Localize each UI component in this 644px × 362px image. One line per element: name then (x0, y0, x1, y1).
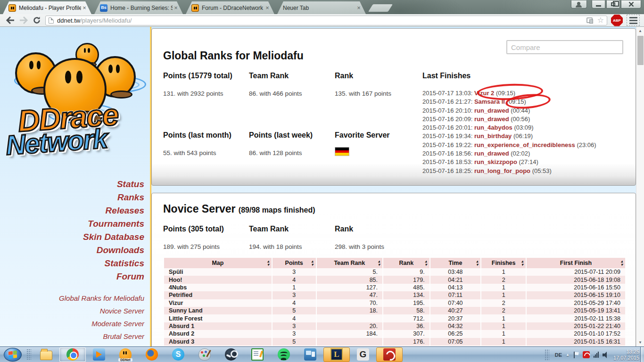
map-link[interactable]: Little Forest (164, 314, 272, 322)
bookmark-star-icon[interactable]: ☆ (597, 17, 604, 24)
sidebar-item-downloads[interactable]: Downloads (83, 244, 144, 257)
taskbar-handle[interactable] (26, 349, 31, 360)
taskbar-paint-button[interactable] (191, 347, 218, 362)
finish-map-link[interactable]: run_drawed (474, 107, 509, 114)
finish-map-link[interactable]: run_4abydos (474, 124, 512, 131)
sort-icon[interactable]: ▴▾ (476, 260, 478, 266)
sidebar-item-forum[interactable]: Forum (83, 270, 144, 283)
subnav-moderate-server[interactable]: Moderate Server (59, 317, 144, 330)
tab-ddnet-forum[interactable]: Forum - DDraceNetwork - × (186, 1, 274, 14)
taskbar-explorer-button[interactable] (33, 347, 59, 362)
tab-close-icon[interactable]: × (173, 4, 179, 11)
tab-new-tab[interactable]: Neuer Tab × (277, 1, 366, 14)
taskbar-logitech-button[interactable]: G (350, 347, 376, 362)
start-button[interactable] (4, 348, 22, 362)
sidebar-item-statistics[interactable]: Statistics (83, 257, 144, 270)
map-link[interactable]: Absurd 1 (164, 322, 272, 330)
forward-button[interactable] (17, 15, 30, 26)
volume-icon[interactable] (603, 352, 610, 358)
taskbar-firefox-button[interactable] (139, 347, 165, 362)
finish-map-link[interactable]: run_birthday (474, 132, 512, 140)
taskbar-teamspeak-button[interactable] (297, 347, 323, 362)
minimize-button[interactable] (592, 0, 605, 8)
finish-map-link[interactable]: run_experience_of_incredibleness (474, 141, 575, 148)
taskbar-spotify-button[interactable] (271, 347, 297, 362)
new-tab-button[interactable] (368, 4, 393, 12)
taskbar-skype-button[interactable]: S (165, 347, 191, 362)
finish-map-link[interactable]: run_skizzpopo (474, 158, 517, 165)
finish-map-link[interactable]: run_drawed (474, 150, 509, 157)
ddnet-logo[interactable]: DDrace Network (5, 33, 146, 184)
taskbar-steam-button[interactable] (218, 347, 244, 362)
map-link[interactable]: Absurd 3 (164, 338, 272, 346)
compare-input[interactable] (506, 40, 623, 54)
sidebar-item-skin-database[interactable]: Skin Database (83, 230, 144, 244)
show-desktop-button[interactable] (640, 347, 644, 362)
language-indicator[interactable]: DE (555, 352, 562, 358)
page-scrollbar[interactable]: ▲ ▼ (636, 27, 644, 346)
back-button[interactable] (4, 15, 17, 26)
taskbar-notes-button[interactable] (244, 347, 271, 362)
tab-close-icon[interactable]: × (355, 4, 362, 11)
sidebar-item-tournaments[interactable]: Tournaments (83, 217, 144, 230)
column-header-time[interactable]: Time▴▾ (430, 258, 481, 268)
reload-button[interactable] (30, 15, 43, 26)
finish-map-link[interactable]: run_drawed (474, 115, 509, 123)
sidebar-item-releases[interactable]: Releases (83, 204, 144, 217)
clock[interactable]: 13:25 17.07.2015 (613, 349, 639, 361)
sidebar-item-ranks[interactable]: Ranks (83, 191, 144, 204)
chrome-menu-button[interactable] (627, 15, 640, 26)
tab-burning-series[interactable]: Bs Home - Burning Series: Se × (94, 1, 183, 14)
sort-icon[interactable]: ▴▾ (621, 260, 623, 266)
sort-icon[interactable]: ▴▾ (425, 260, 427, 266)
user-profile-button[interactable] (571, 0, 587, 8)
column-header-points[interactable]: Points▴▾ (272, 258, 316, 268)
column-header-first-finish[interactable]: First Finish▴▾ (527, 258, 625, 268)
logo-text-network: Network (5, 123, 108, 161)
map-link[interactable]: Vizur (164, 299, 272, 307)
scroll-up-icon[interactable]: ▲ (636, 27, 644, 35)
taskbar-swirl-app-button[interactable] (376, 347, 403, 362)
restore-button[interactable] (606, 0, 620, 8)
subnav-novice-server[interactable]: Novice Server (59, 304, 144, 317)
finish-map-link[interactable]: run_long_for_popo (474, 167, 530, 174)
taskbar-ddnet-button[interactable]: DDNet (112, 347, 139, 362)
map-link[interactable]: 4Nubs (164, 284, 272, 291)
subnav-brutal-server[interactable]: Brutal Server (59, 330, 144, 343)
tray-handle[interactable] (545, 349, 549, 361)
taskbar-media-player-button[interactable] (86, 347, 112, 362)
taskbar-chrome-button[interactable] (59, 347, 86, 362)
scrollbar-thumb[interactable] (637, 36, 644, 65)
column-header-rank[interactable]: Rank▴▾ (383, 258, 429, 268)
column-header-team-rank[interactable]: Team Rank▴▾ (317, 258, 383, 268)
tab-close-icon[interactable]: × (81, 4, 88, 11)
map-link[interactable]: Hoo! (164, 276, 272, 283)
avira-icon[interactable] (583, 351, 590, 358)
map-link[interactable]: Sunny Land (164, 307, 272, 314)
map-link[interactable]: Spüli (164, 268, 272, 276)
action-center-flag-icon[interactable] (573, 352, 579, 358)
steam-icon (225, 348, 237, 361)
map-link[interactable]: Absurd 2 (164, 330, 272, 337)
sort-icon[interactable]: ▴▾ (267, 260, 269, 266)
tab-meliodafu-profile[interactable]: Meliodafu - Player Profile × (3, 1, 91, 14)
subnav-global-ranks[interactable]: Global Ranks for Meliodafu (59, 292, 144, 304)
close-window-button[interactable] (621, 0, 641, 8)
column-header-map[interactable]: Map▴▾ (164, 258, 272, 268)
network-icon[interactable] (594, 352, 599, 358)
sort-icon[interactable]: ▴▾ (378, 260, 380, 266)
page-action-icon[interactable] (586, 17, 593, 23)
subnav-ddmax-server[interactable]: DDmaX Server (59, 343, 144, 346)
column-header-finishes[interactable]: Finishes▴▾ (481, 258, 526, 268)
sort-icon[interactable]: ▴▾ (521, 260, 523, 266)
tray-expand-icon[interactable]: ▲ (566, 353, 570, 357)
sidebar-item-status[interactable]: Status (83, 178, 144, 191)
url-bar[interactable]: ddnet.tw /players/Meliodafu/ ☆ (45, 16, 607, 25)
taskbar-league-button[interactable]: L (323, 347, 350, 362)
scroll-down-icon[interactable]: ▼ (636, 338, 644, 346)
map-link[interactable]: Petrified (164, 291, 272, 299)
adblock-plus-icon[interactable]: ABP (611, 15, 623, 26)
tab-close-icon[interactable]: × (264, 4, 271, 11)
table-cell: 179. (383, 276, 429, 283)
sort-icon[interactable]: ▴▾ (311, 260, 313, 266)
